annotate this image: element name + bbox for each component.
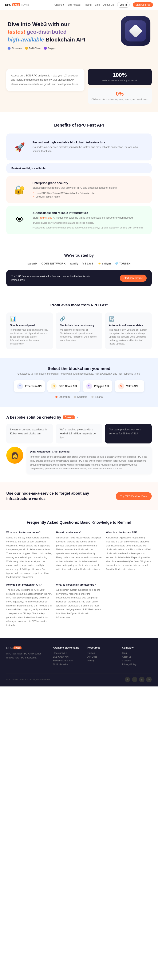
bnb-chain-icon: B: [51, 383, 57, 389]
velox-chain-icon: V: [118, 383, 124, 389]
faq-q-1: How do nodes work?: [56, 531, 102, 534]
bespoke-years-card: 8 years of on-hand experience in Kuberne…: [6, 424, 53, 444]
trusted-cta: Try RPC Fast node-as-a-service for free …: [6, 270, 152, 286]
footer-col-title-1: Resources: [88, 646, 117, 649]
footer-link-docs[interactable]: API Docs: [88, 655, 117, 658]
footer-link-sol[interactable]: Browse Solana API: [53, 659, 82, 662]
social-github[interactable]: g: [139, 677, 145, 682]
badge-100: 100% node-as-a-service with a quick laun…: [88, 69, 152, 85]
faq-item-1: How do nodes work? A blockchain node (us…: [56, 531, 102, 579]
blockchain-subtitle: Get access to high quality blockchain no…: [6, 372, 152, 375]
start-now-button[interactable]: Start now for free: [120, 275, 147, 282]
footer-link-blog[interactable]: Blog: [122, 652, 152, 654]
option-solana[interactable]: Solana: [91, 395, 102, 398]
poly-chain-text: Polygon API: [94, 385, 109, 388]
eth-domain-text: Use ETH domain name: [36, 196, 60, 198]
nav-pricing[interactable]: Pricing: [84, 3, 92, 6]
option-kad-dot: [74, 396, 76, 398]
option-ethereum[interactable]: Ethereum: [56, 395, 70, 398]
info-description: Access our JSON-RPC endpoint to make you…: [11, 73, 80, 86]
bespoke-header: A bespoke solution created by Dysnix ✓: [6, 415, 152, 420]
faq-item-2: What is a blockchain API? A blockchain A…: [106, 531, 152, 579]
benefit-scale-graphic: 👁: [11, 211, 28, 228]
watch-outer: [121, 16, 150, 46]
option-sol-dot: [91, 396, 94, 398]
hero-section: Dive into Web3 with our fastest geo-dist…: [0, 10, 158, 69]
footer-link-guides[interactable]: Guides: [88, 652, 117, 654]
benefit-scale-extra: PredictKube autoscales the node pool to …: [32, 226, 144, 229]
chain-card-bnb[interactable]: B BNB Chain API: [47, 380, 80, 392]
footer-link-about[interactable]: About us: [122, 655, 152, 658]
eth-chain-text: Ethereum API: [25, 385, 41, 388]
trusted-cta-text: Try RPC Fast node-as-a-service for free …: [11, 274, 91, 282]
footer-link-pricing[interactable]: Pricing: [88, 659, 117, 662]
nav-self-hosted[interactable]: Self-hosted: [68, 3, 80, 6]
benefit-scale-sub: It works based on your historical data a…: [32, 221, 144, 225]
benefit-security-extra2: ✓ Use ETH domain name: [32, 195, 117, 198]
chain-cards-row: Ξ Ethereum API B BNB Chain API ⬡ Polygon…: [6, 380, 152, 392]
benefit-security-extra1: ✓ Use JSON Web Token (JWT) Available for…: [32, 192, 117, 194]
trusted-section: We're trusted by parsnik COIN NETWORK ra…: [0, 245, 158, 286]
velox-chain-text: Velox API: [126, 385, 137, 388]
chain-card-eth[interactable]: Ξ Ethereum API: [14, 380, 45, 392]
info-section: Access our JSON-RPC endpoint to make you…: [0, 69, 158, 112]
logo-separator: |: [21, 3, 22, 6]
cta-try-button[interactable]: Try RPC Fast for Free: [116, 492, 152, 500]
social-discord[interactable]: d: [132, 677, 137, 682]
predictkube-link[interactable]: PredictKube: [38, 216, 52, 219]
option-kademia[interactable]: Kademia: [74, 395, 87, 398]
logo-torsen: 💎 TORSEN: [115, 262, 131, 265]
eth-dot: [8, 47, 11, 50]
nav-chains[interactable]: Chains ▾: [54, 3, 64, 6]
control-desc: To monitor your blockchain handling, our…: [10, 328, 49, 345]
velox-chain-label: Velox API: [126, 385, 137, 388]
chain-card-poly[interactable]: ⬡ Polygon API: [83, 380, 112, 392]
poly-dot: [44, 47, 47, 50]
logo: RPC FAST | Dynix: [5, 3, 29, 6]
faq-a-3: The best way to get the RPC for your pro…: [6, 588, 52, 627]
data-icon: 🔗: [60, 316, 99, 322]
footer-link-contacts[interactable]: Contacts: [122, 659, 152, 662]
faq-a-4: A blockchain system supported from all t…: [56, 588, 102, 619]
footer-logo: RPC FAST: [6, 646, 48, 650]
nav-blog[interactable]: Blog: [95, 3, 100, 6]
faq-item-4: What is blockchain architecture? A block…: [56, 583, 102, 627]
bespoke-title: A bespoke solution created by: [6, 415, 61, 420]
trusted-logos: parsnik COIN NETWORK rainify VELAS ⚡ skS…: [6, 262, 152, 265]
hero-graphic: [121, 16, 150, 46]
bespoke-quote-card: Dima Harabovets, Chief Backend In the fi…: [27, 447, 152, 474]
chain-card-velox[interactable]: V Velox API: [115, 380, 144, 392]
benefit-fastest-label: Fastest and high available: [11, 167, 147, 170]
footer-col-company: Company Blog About us Contacts Privacy P…: [122, 646, 152, 667]
social-twitter[interactable]: t: [125, 677, 130, 682]
benefit-scale-title: Autoscalable and reliable infrastructure: [32, 211, 144, 215]
faq-q-4: What is blockchain architecture?: [56, 583, 102, 586]
social-linkedin[interactable]: in: [146, 677, 152, 682]
login-button[interactable]: Log In: [117, 2, 129, 8]
profit-card-data: 🔗 Blockchain data consistency We keep th…: [56, 312, 102, 349]
bnb-chain-label: BNB Chain API: [59, 385, 77, 388]
blockchain-title: Select the blockchain you need: [6, 366, 152, 371]
footer-link-bnb[interactable]: BNB Chain API: [53, 655, 82, 658]
benefit-security-graphic: 🔐: [11, 181, 28, 198]
footer-link-eth[interactable]: Ethereum API: [53, 652, 82, 654]
faq-a-2: A blockchain Application Programming Int…: [106, 536, 152, 571]
option-eth-label: Ethereum: [59, 395, 70, 398]
bespoke-sla-text: Our team provides top-notch services for…: [109, 428, 148, 436]
footer-link-all[interactable]: All blockchains: [53, 663, 82, 666]
footer-col-resources: Resources Guides API Docs Pricing: [88, 646, 117, 667]
profit-card-control: 📊 Simple control panel To monitor your b…: [6, 312, 53, 349]
benefit-scale: 👁 Autoscalable and reliable infrastructu…: [6, 206, 152, 234]
logo-coinnetwork: COIN NETWORK: [41, 262, 66, 265]
signup-button[interactable]: Sign Up Free: [133, 2, 153, 7]
benefit-speed: 🚀 Fastest and high available blockchain …: [6, 134, 152, 161]
bespoke-years-text: 8 years of on-hand experience in Kuberne…: [10, 428, 49, 436]
bespoke-projects-card: We're handling projects with a load of 1…: [56, 424, 102, 444]
bespoke-section: A bespoke solution created by Dysnix ✓ 8…: [0, 407, 158, 482]
footer-link-privacy[interactable]: Privacy Policy: [122, 663, 152, 666]
eth-label: Ethereum: [11, 47, 22, 49]
nav-about[interactable]: About Us: [104, 3, 114, 6]
bespoke-avatar: 👩: [6, 447, 23, 464]
faq-grid: What are blockchain nodes? Nodes are the…: [6, 531, 152, 627]
eth-chain-label: Ethereum API: [25, 385, 41, 388]
